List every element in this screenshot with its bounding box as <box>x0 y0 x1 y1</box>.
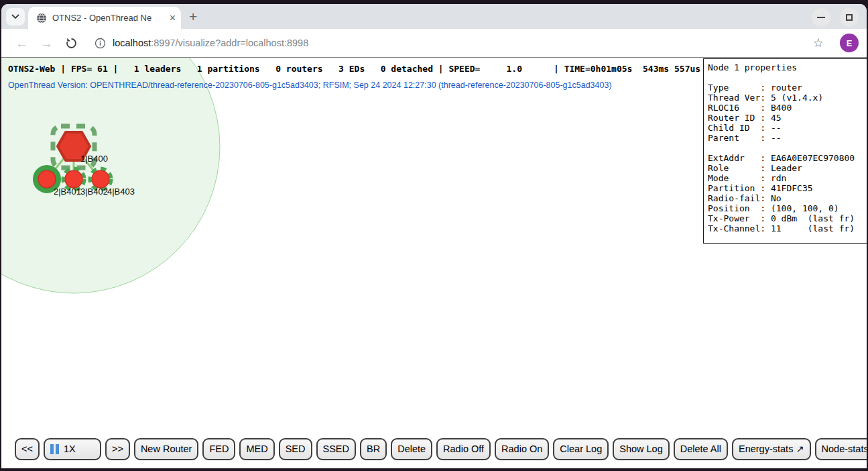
url-text: localhost:8997/visualize?addr=localhost:… <box>113 38 308 48</box>
energy-stats-button[interactable]: Energy-stats ↗ <box>732 438 811 460</box>
node-label-3[interactable]: 3|B402 <box>80 187 108 197</box>
show-log-button[interactable]: Show Log <box>613 438 670 460</box>
speed-down-button[interactable]: << <box>15 438 40 460</box>
globe-favicon-icon <box>36 13 47 23</box>
browser-tab[interactable]: OTNS2 - OpenThread Ne × <box>28 7 181 29</box>
pause-icon <box>50 444 54 454</box>
action-toolbar: << 1X >> New Router FED MED SED SSED BR … <box>15 438 867 460</box>
info-icon[interactable] <box>95 38 106 49</box>
openthread-version-line: OpenThread Version: OPENTHREAD/thread-re… <box>8 81 612 90</box>
page-content: OTNS2-Web | FPS= 61 | 1 leaders 1 partit… <box>1 58 867 468</box>
br-button[interactable]: BR <box>360 438 387 460</box>
omnibox[interactable]: localhost:8997/visualize?addr=localhost:… <box>86 32 832 54</box>
node-label-1[interactable]: 1|B400 <box>80 154 108 164</box>
med-button[interactable]: MED <box>239 438 274 460</box>
node-stats-button[interactable]: Node-stats ↗ <box>815 438 867 460</box>
speed-pause-button[interactable]: 1X <box>44 438 101 460</box>
maximize-icon <box>846 14 853 21</box>
tab-title: OTNS2 - OpenThread Ne <box>52 13 166 23</box>
speed-up-button[interactable]: >> <box>105 438 130 460</box>
forward-icon[interactable]: → <box>40 37 53 50</box>
bookmark-star-icon[interactable]: ☆ <box>813 36 824 50</box>
node-label-4[interactable]: 4|B403 <box>107 187 135 197</box>
radio-off-button[interactable]: Radio Off <box>436 438 491 460</box>
address-bar: ← → localhost:8997/visualize?addr=localh… <box>1 29 867 58</box>
sed-button[interactable]: SED <box>279 438 312 460</box>
new-router-button[interactable]: New Router <box>134 438 199 460</box>
fed-button[interactable]: FED <box>202 438 235 460</box>
properties-body: Type : router Thread Ver: 5 (v1.4.x) RLO… <box>708 83 863 233</box>
properties-title: Node 1 properties <box>708 62 863 72</box>
back-icon[interactable]: ← <box>15 37 28 50</box>
delete-button[interactable]: Delete <box>391 438 432 460</box>
node-label-2[interactable]: 2|B401 <box>54 187 81 197</box>
minimize-icon <box>817 17 825 18</box>
maximize-button[interactable] <box>840 8 859 27</box>
pause-icon <box>56 444 59 454</box>
speed-label: 1X <box>64 443 76 456</box>
desktop-background: OTNS2 - OpenThread Ne × + ← → <box>0 0 868 471</box>
ssed-button[interactable]: SSED <box>316 438 357 460</box>
window-controls <box>812 8 859 27</box>
tab-strip: OTNS2 - OpenThread Ne × + <box>1 4 867 29</box>
tab-search-button[interactable] <box>6 8 25 25</box>
delete-all-button[interactable]: Delete All <box>674 438 728 460</box>
new-tab-button[interactable]: + <box>189 10 197 23</box>
chevron-down-icon <box>11 14 19 19</box>
profile-avatar[interactable]: E <box>840 34 859 52</box>
clear-log-button[interactable]: Clear Log <box>553 438 609 460</box>
tab-close-icon[interactable]: × <box>170 13 176 23</box>
radio-on-button[interactable]: Radio On <box>495 438 549 460</box>
reload-icon[interactable] <box>65 37 78 50</box>
url-host: localhost <box>113 38 151 48</box>
url-path: :8997/visualize?addr=localhost:8998 <box>151 38 308 48</box>
node-properties-panel: Node 1 properties Type : router Thread V… <box>703 58 867 244</box>
minimize-button[interactable] <box>812 8 830 27</box>
browser-window: OTNS2 - OpenThread Ne × + ← → <box>1 4 867 468</box>
status-bar: OTNS2-Web | FPS= 61 | 1 leaders 1 partit… <box>8 64 700 74</box>
